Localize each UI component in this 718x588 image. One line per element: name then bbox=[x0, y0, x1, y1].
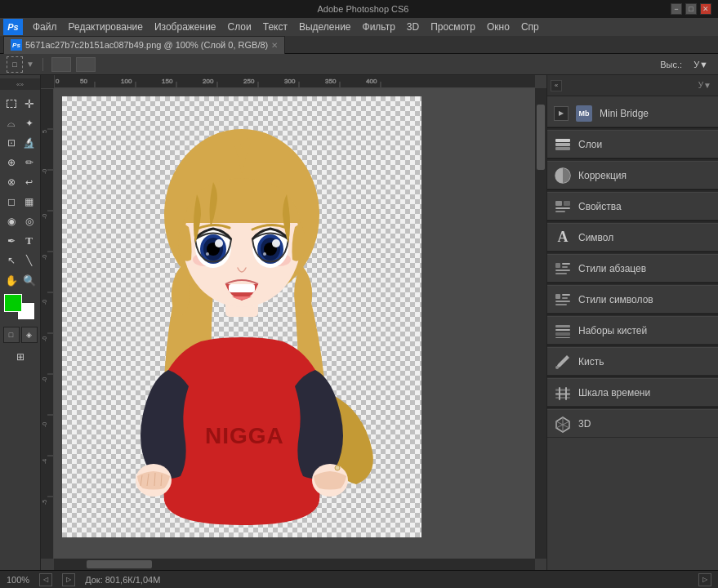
zoom-tool[interactable]: 🔍 bbox=[20, 271, 38, 289]
brush-panel-label: Кисть bbox=[578, 356, 711, 368]
svg-rect-71 bbox=[555, 201, 562, 206]
ruler-vertical: 5 -0 -0 -0 -0 -0 -0 -0 -4 -5 bbox=[41, 88, 54, 559]
magic-wand-tool[interactable]: ✦ bbox=[20, 114, 38, 132]
svg-point-57 bbox=[215, 239, 223, 247]
scrollbar-horizontal[interactable] bbox=[54, 559, 535, 570]
status-arrow-btn[interactable]: ◁ bbox=[39, 573, 52, 586]
options-style1[interactable] bbox=[51, 57, 71, 72]
char-styles-label: Стили символов bbox=[578, 294, 711, 305]
foreground-color-swatch[interactable] bbox=[4, 294, 22, 312]
eyedropper-tool[interactable]: 🔬 bbox=[20, 134, 38, 152]
lasso-tool[interactable]: ⌓ bbox=[2, 114, 20, 132]
menu-file[interactable]: Файл bbox=[28, 20, 62, 34]
panel-item-layers[interactable]: Слои bbox=[547, 131, 718, 158]
canvas-image: NIGGA bbox=[62, 96, 421, 537]
character-icon: A bbox=[554, 229, 572, 247]
path-select-tool[interactable]: ↖ bbox=[2, 252, 20, 270]
svg-rect-85 bbox=[555, 325, 570, 327]
svg-rect-83 bbox=[555, 301, 570, 302]
svg-text:5: 5 bbox=[42, 130, 47, 133]
menu-edit[interactable]: Редактирование bbox=[64, 20, 148, 34]
menu-window[interactable]: Окно bbox=[482, 20, 515, 34]
menu-select[interactable]: Выделение bbox=[294, 20, 356, 34]
mini-bridge-play-btn[interactable]: ▶ bbox=[554, 106, 569, 121]
gradient-tool[interactable]: ▦ bbox=[20, 193, 38, 211]
crop-tool[interactable]: ⊡ bbox=[2, 134, 20, 152]
canvas-container: NIGGA bbox=[54, 88, 535, 559]
mask-row: □ ◈ bbox=[2, 327, 38, 343]
scrollbar-h-thumb[interactable] bbox=[87, 560, 152, 568]
toolbar-collapse[interactable]: «» bbox=[0, 78, 40, 90]
right-panel-collapse[interactable]: « bbox=[551, 80, 562, 91]
svg-rect-78 bbox=[555, 270, 570, 271]
right-panel-options[interactable]: У▼ bbox=[695, 80, 715, 91]
svg-point-58 bbox=[206, 252, 209, 256]
svg-text:350: 350 bbox=[325, 78, 337, 85]
3d-label: 3D bbox=[578, 418, 711, 430]
heal-tool[interactable]: ⊕ bbox=[2, 154, 20, 172]
standard-mode-btn[interactable]: □ bbox=[3, 327, 20, 343]
scrollbar-v-thumb[interactable] bbox=[537, 105, 545, 170]
menu-help[interactable]: Спр bbox=[516, 20, 544, 34]
marquee-style-icon: □ bbox=[7, 56, 23, 73]
status-right-btn[interactable]: ▷ bbox=[698, 573, 711, 586]
clone-tool[interactable]: ⊗ bbox=[2, 173, 20, 191]
menu-image[interactable]: Изображение bbox=[149, 20, 221, 34]
history-tool[interactable]: ↩ bbox=[20, 173, 38, 191]
panel-item-mini-bridge[interactable]: ▶ Mb Mini Bridge bbox=[547, 100, 718, 127]
height-value[interactable]: У▼ bbox=[690, 58, 711, 71]
pen-tool[interactable]: ✒ bbox=[2, 232, 20, 250]
brush-tool[interactable]: ✏ bbox=[20, 154, 38, 172]
svg-text:NIGGA: NIGGA bbox=[205, 423, 284, 448]
options-style2[interactable] bbox=[76, 57, 96, 72]
panel-item-paragraph-styles[interactable]: Стили абзацев bbox=[547, 255, 718, 283]
quick-mask-btn[interactable]: ◈ bbox=[21, 327, 38, 343]
panel-item-char-styles[interactable]: Стили символов bbox=[547, 286, 718, 314]
tab-bar: Ps 5671ac27b7c2b151ac087b49.png @ 100% (… bbox=[0, 36, 718, 54]
svg-text:300: 300 bbox=[284, 78, 296, 85]
svg-text:400: 400 bbox=[366, 78, 377, 85]
menu-3d[interactable]: 3D bbox=[402, 20, 424, 34]
svg-rect-68 bbox=[555, 143, 570, 146]
menu-layers[interactable]: Слои bbox=[223, 20, 256, 34]
hand-tool[interactable]: ✋ bbox=[2, 271, 20, 289]
svg-rect-77 bbox=[562, 266, 568, 268]
minimize-button[interactable]: − bbox=[671, 3, 682, 15]
panel-item-brush-presets[interactable]: Наборы кистей bbox=[547, 317, 718, 345]
blur-tool[interactable]: ◉ bbox=[2, 212, 20, 230]
svg-text:150: 150 bbox=[162, 78, 173, 85]
text-tool[interactable]: T bbox=[20, 232, 38, 250]
panel-item-3d[interactable]: 3D bbox=[547, 410, 718, 438]
options-separator bbox=[42, 58, 43, 71]
screen-mode-btn[interactable]: ⊞ bbox=[2, 348, 38, 366]
marquee-tool[interactable] bbox=[2, 95, 20, 113]
document-tab[interactable]: Ps 5671ac27b7c2b151ac087b49.png @ 100% (… bbox=[3, 36, 285, 54]
panel-item-brush[interactable]: Кисть bbox=[547, 348, 718, 376]
paragraph-styles-icon bbox=[554, 260, 572, 278]
tab-close-button[interactable]: ✕ bbox=[271, 41, 278, 50]
menu-bar: Ps Файл Редактирование Изображение Слои … bbox=[0, 18, 718, 36]
correction-label: Коррекция bbox=[578, 170, 711, 181]
move-tool[interactable]: ✛ bbox=[20, 95, 38, 113]
tool-row-3: ⊡ 🔬 bbox=[2, 134, 38, 152]
svg-rect-87 bbox=[555, 332, 570, 336]
panel-item-timeline[interactable]: Шкала времени bbox=[547, 379, 718, 407]
character-label: Символ bbox=[578, 232, 711, 243]
panel-item-correction[interactable]: Коррекция bbox=[547, 162, 718, 189]
menu-filter[interactable]: Фильтр bbox=[358, 20, 400, 34]
zoom-level: 100% bbox=[7, 575, 29, 585]
scrollbar-vertical[interactable] bbox=[535, 88, 546, 559]
panel-item-properties[interactable]: Свойства bbox=[547, 193, 718, 220]
panel-item-character[interactable]: A Символ bbox=[547, 224, 718, 252]
dodge-tool[interactable]: ◎ bbox=[20, 212, 38, 230]
svg-text:-5: -5 bbox=[42, 500, 47, 505]
svg-rect-84 bbox=[555, 304, 567, 305]
maximize-button[interactable]: □ bbox=[685, 3, 697, 15]
right-panel: « У▼ ▶ Mb Mini Bridge bbox=[546, 75, 718, 570]
line-tool[interactable]: ╲ bbox=[20, 252, 38, 270]
status-info-btn[interactable]: ▷ bbox=[62, 573, 75, 586]
menu-view[interactable]: Просмотр bbox=[426, 20, 480, 34]
menu-text[interactable]: Текст bbox=[258, 20, 292, 34]
eraser-tool[interactable]: ◻ bbox=[2, 193, 20, 211]
close-button[interactable]: ✕ bbox=[700, 3, 711, 15]
